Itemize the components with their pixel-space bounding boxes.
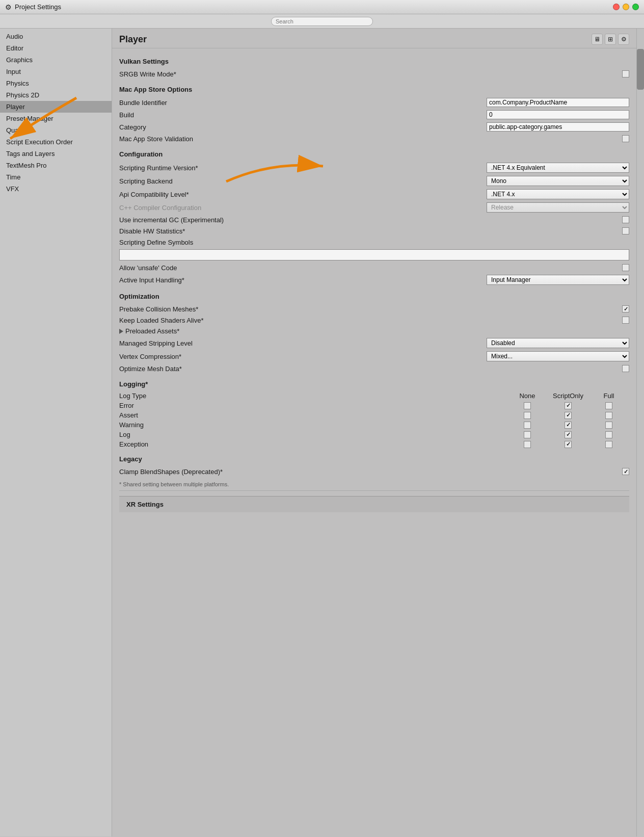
logging-error-none (507, 402, 548, 409)
allow-unsafe-code-row: Allow 'unsafe' Code (119, 262, 629, 273)
sidebar-item-player[interactable]: Player (0, 101, 112, 113)
clamp-blendshapes-label: Clamp BlendShapes (Deprecated)* (119, 468, 622, 476)
prebake-collision-meshes-label: Prebake Collision Meshes* (119, 305, 622, 313)
mac-app-store-validation-value (622, 135, 629, 142)
content-wrapper: Player 🖥 ⊞ ⚙ Vulkan Settings SRGB Write … (112, 29, 644, 836)
maximize-button[interactable] (632, 4, 639, 10)
assert-script-checkbox[interactable] (565, 412, 572, 419)
mac-app-store-section-header: Mac App Store Options (119, 86, 629, 93)
logging-warning-none (507, 422, 548, 429)
api-compatibility-level-select[interactable]: .NET 4.x .NET Standard 2.0 (487, 189, 629, 199)
scrollbar-thumb[interactable] (637, 49, 644, 90)
sidebar-item-time[interactable]: Time (0, 171, 112, 183)
disable-hw-statistics-checkbox[interactable] (622, 227, 629, 234)
sidebar-item-quality[interactable]: Quality (0, 124, 112, 136)
logging-exception-script (548, 441, 588, 448)
active-input-handling-label: Active Input Handling* (119, 276, 487, 284)
keep-loaded-shaders-alive-checkbox[interactable] (622, 317, 629, 324)
footnote: * Shared setting between multiple platfo… (119, 481, 629, 487)
prebake-collision-meshes-checkbox[interactable] (622, 305, 629, 312)
bundle-identifier-input[interactable] (487, 98, 629, 107)
vertex-compression-select[interactable]: Mixed... Everything Nothing (487, 351, 629, 361)
exception-full-checkbox[interactable] (605, 441, 612, 448)
category-input[interactable] (487, 122, 629, 132)
managed-stripping-level-select[interactable]: Disabled Low Medium High (487, 338, 629, 348)
logging-exception-label: Exception (119, 440, 507, 448)
scrollbar[interactable] (636, 29, 644, 836)
error-full-checkbox[interactable] (605, 402, 612, 409)
scripting-runtime-version-select[interactable]: .NET 4.x Equivalent .NET 3.5 Equivalent (487, 163, 629, 173)
prebake-collision-meshes-value (622, 305, 629, 312)
active-input-handling-select[interactable]: Input Manager Input System Package (New)… (487, 275, 629, 285)
allow-unsafe-code-checkbox[interactable] (622, 264, 629, 271)
scripting-backend-row: Scripting Backend Mono IL2CPP (119, 174, 629, 188)
srgb-write-mode-label: SRGB Write Mode* (119, 70, 622, 78)
sidebar-item-graphics[interactable]: Graphics (0, 54, 112, 66)
build-label: Build (119, 111, 487, 119)
logging-assert-none (507, 412, 548, 419)
managed-stripping-level-label: Managed Stripping Level (119, 339, 487, 347)
close-button[interactable] (613, 4, 620, 10)
error-script-checkbox[interactable] (565, 402, 572, 409)
scripting-define-symbols-label: Scripting Define Symbols (119, 239, 629, 246)
mac-app-store-validation-checkbox[interactable] (622, 135, 629, 142)
sidebar-item-physics2d[interactable]: Physics 2D (0, 89, 112, 101)
player-icon-monitor[interactable]: 🖥 (592, 34, 603, 45)
use-incremental-gc-checkbox[interactable] (622, 216, 629, 223)
cpp-compiler-configuration-label: C++ Compiler Configuration (119, 204, 487, 212)
srgb-write-mode-row: SRGB Write Mode* (119, 68, 629, 80)
scripting-define-symbols-input[interactable] (119, 249, 629, 260)
player-icon-layout[interactable]: ⊞ (605, 34, 616, 45)
assert-full-checkbox[interactable] (605, 412, 612, 419)
preloaded-assets-triangle[interactable] (119, 329, 123, 334)
search-input[interactable] (271, 17, 373, 26)
clamp-blendshapes-checkbox[interactable] (622, 468, 629, 475)
xr-settings-bar[interactable]: XR Settings (119, 496, 629, 512)
minimize-button[interactable] (623, 4, 629, 10)
logging-error-row: Error (119, 401, 629, 410)
player-icon-settings[interactable]: ⚙ (618, 34, 629, 45)
use-incremental-gc-row: Use incremental GC (Experimental) (119, 214, 629, 225)
logging-log-full (588, 431, 629, 438)
sidebar-item-preset-manager[interactable]: Preset Manager (0, 113, 112, 124)
disable-hw-statistics-value (622, 227, 629, 234)
preloaded-assets-row[interactable]: Preloaded Assets* (119, 326, 629, 336)
exception-script-checkbox[interactable] (565, 441, 572, 448)
warning-full-checkbox[interactable] (605, 422, 612, 429)
sidebar-item-editor[interactable]: Editor (0, 42, 112, 54)
log-none-checkbox[interactable] (524, 431, 531, 438)
exception-none-checkbox[interactable] (524, 441, 531, 448)
xr-settings-label: XR Settings (126, 501, 164, 508)
logging-table: Log Type None ScriptOnly Full Error Asse… (119, 391, 629, 449)
error-none-checkbox[interactable] (524, 402, 531, 409)
scripting-backend-select[interactable]: Mono IL2CPP (487, 176, 629, 186)
sidebar-item-tags-and-layers[interactable]: Tags and Layers (0, 148, 112, 160)
sidebar-item-audio[interactable]: Audio (0, 31, 112, 42)
logging-log-label: Log (119, 431, 507, 438)
sidebar-item-textmesh-pro[interactable]: TextMesh Pro (0, 160, 112, 171)
sidebar-item-physics[interactable]: Physics (0, 77, 112, 89)
optimize-mesh-data-checkbox[interactable] (622, 365, 629, 372)
cpp-compiler-configuration-select[interactable]: Release Debug Master (487, 202, 629, 213)
page-title: Player (119, 34, 592, 45)
bundle-identifier-value (487, 98, 629, 107)
log-script-checkbox[interactable] (565, 431, 572, 438)
main-layout: Audio Editor Graphics Input Physics Phys… (0, 29, 644, 836)
build-input[interactable] (487, 110, 629, 119)
sidebar-item-vfx[interactable]: VFX (0, 183, 112, 195)
preloaded-assets-label: Preloaded Assets* (125, 327, 629, 335)
srgb-write-mode-checkbox[interactable] (622, 70, 629, 77)
title-bar-icon: ⚙ (5, 3, 12, 11)
warning-none-checkbox[interactable] (524, 422, 531, 429)
logging-assert-label: Assert (119, 411, 507, 419)
logging-warning-label: Warning (119, 421, 507, 429)
cpp-compiler-configuration-value: Release Debug Master (487, 202, 629, 213)
assert-none-checkbox[interactable] (524, 412, 531, 419)
sidebar-item-input[interactable]: Input (0, 66, 112, 77)
settings-content: Vulkan Settings SRGB Write Mode* Mac App… (112, 48, 636, 522)
log-full-checkbox[interactable] (605, 431, 612, 438)
sidebar-item-script-execution-order[interactable]: Script Execution Order (0, 136, 112, 148)
allow-unsafe-code-value (622, 264, 629, 271)
warning-script-checkbox[interactable] (565, 422, 572, 429)
logging-warning-full (588, 422, 629, 429)
